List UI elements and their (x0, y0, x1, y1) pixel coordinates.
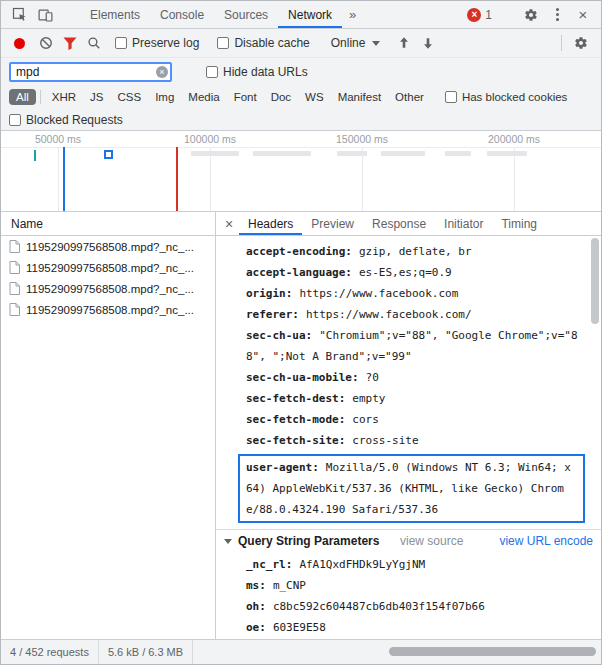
tab-elements[interactable]: Elements (80, 1, 150, 28)
request-row[interactable]: 1195290997568508.mpd?_nc_... (1, 257, 215, 278)
filter-pill-font[interactable]: Font (227, 89, 264, 105)
tab-preview[interactable]: Preview (302, 212, 363, 235)
hide-data-urls-checkbox[interactable]: Hide data URLs (206, 65, 308, 79)
clear-input-icon[interactable]: × (156, 66, 168, 78)
header-value: cross-site (352, 434, 418, 447)
horizontal-scrollbar-thumb[interactable] (389, 647, 596, 656)
header-name: accept-language (246, 266, 352, 279)
blocked-requests-row: Blocked Requests (1, 109, 601, 130)
activity-bar (337, 151, 367, 156)
tab-response[interactable]: Response (363, 212, 435, 235)
hide-data-urls-label: Hide data URLs (223, 65, 308, 79)
toolbar-divider (561, 35, 562, 51)
settings-gear-icon[interactable] (518, 3, 544, 27)
error-count: 1 (485, 8, 492, 22)
network-filter-input[interactable] (9, 62, 172, 82)
request-list-panel: Name 1195290997568508.mpd?_nc_... 119529… (1, 212, 216, 639)
filter-pill-media[interactable]: Media (181, 89, 226, 105)
checkbox-icon (206, 66, 218, 78)
header-line: accept-languagees-ES,es;q=0.9 (246, 262, 585, 283)
filter-pill-manifest[interactable]: Manifest (331, 89, 388, 105)
checkbox-icon (115, 37, 127, 49)
header-value: gzip, deflate, br (359, 245, 472, 258)
filter-pill-all[interactable]: All (9, 89, 36, 105)
close-devtools-icon[interactable]: × (570, 3, 596, 27)
request-name: 1195290997568508.mpd?_nc_... (26, 262, 194, 274)
header-line: originhttps://www.facebook.com (246, 283, 585, 304)
disable-cache-checkbox[interactable]: Disable cache (217, 36, 309, 50)
request-name: 1195290997568508.mpd?_nc_... (26, 241, 194, 253)
headers-pane[interactable]: accept-encodinggzip, deflate, br accept-… (216, 236, 601, 639)
file-icon (9, 261, 20, 274)
filter-pill-doc[interactable]: Doc (264, 89, 298, 105)
overview-selection-handle[interactable] (104, 150, 113, 159)
filter-funnel-icon[interactable] (58, 32, 82, 54)
import-har-icon[interactable] (392, 32, 416, 54)
header-line: sec-fetch-sitecross-site (246, 430, 585, 451)
disclosure-triangle-icon (224, 539, 232, 544)
filter-pill-xhr[interactable]: XHR (45, 89, 83, 105)
vertical-scrollbar[interactable] (591, 238, 599, 324)
kebab-menu-icon[interactable] (544, 3, 570, 27)
search-icon[interactable] (82, 32, 106, 54)
header-line: accept-encodinggzip, deflate, br (246, 241, 585, 262)
throttling-select[interactable]: Online (331, 36, 381, 50)
header-value: https://www.facebook.com (299, 287, 458, 300)
preserve-log-label: Preserve log (132, 36, 199, 50)
more-tabs-icon[interactable]: » (342, 1, 363, 28)
param-value: AfA1QxdFHDk9LyYgjNM (299, 558, 425, 571)
blocked-requests-checkbox[interactable]: Blocked Requests (9, 113, 123, 127)
request-row[interactable]: 1195290997568508.mpd?_nc_... (1, 278, 215, 299)
request-row[interactable]: 1195290997568508.mpd?_nc_... (1, 299, 215, 320)
timeline-overview[interactable]: 50000 ms 100000 ms 150000 ms 200000 ms (1, 130, 601, 212)
name-column-header[interactable]: Name (1, 212, 215, 236)
tab-initiator[interactable]: Initiator (435, 212, 492, 235)
param-value: m_CNP (273, 579, 306, 592)
export-har-icon[interactable] (416, 32, 440, 54)
details-close-icon[interactable]: × (219, 212, 239, 235)
filter-pill-img[interactable]: Img (148, 89, 181, 105)
header-value: ?0 (366, 371, 379, 384)
filter-pill-other[interactable]: Other (388, 89, 431, 105)
request-details-panel: × Headers Preview Response Initiator Tim… (216, 212, 601, 639)
tab-headers[interactable]: Headers (239, 212, 302, 235)
filter-pill-ws[interactable]: WS (298, 89, 331, 105)
header-value: https://www.facebook.com/ (306, 308, 472, 321)
tab-console[interactable]: Console (150, 1, 214, 28)
type-filter-row: All XHR JS CSS Img Media Font Doc WS Man… (1, 85, 601, 109)
filter-pill-js[interactable]: JS (83, 89, 110, 105)
device-toolbar-icon[interactable] (32, 3, 58, 27)
network-filter-field: × (9, 62, 172, 82)
header-name: sec-fetch-site (246, 434, 345, 447)
query-string-params-section: _nc_rlAfA1QxdFHDk9LyYgjNM msm_CNP ohc8bc… (216, 552, 601, 639)
tab-network[interactable]: Network (278, 1, 342, 28)
request-headers-section: accept-encodinggzip, deflate, br accept-… (216, 236, 601, 529)
clear-icon[interactable] (34, 32, 58, 54)
view-url-encoded-link[interactable]: view URL encode (499, 534, 593, 548)
inspect-element-icon[interactable] (6, 3, 32, 27)
request-name: 1195290997568508.mpd?_nc_... (26, 283, 194, 295)
disable-cache-label: Disable cache (234, 36, 309, 50)
query-string-header[interactable]: Query String Parameters view source view… (216, 530, 601, 552)
request-row[interactable]: 1195290997568508.mpd?_nc_... (1, 236, 215, 257)
error-badge[interactable]: × 1 (467, 8, 492, 22)
user-agent-highlight: user-agentMozilla/5.0 (Windows NT 6.3; W… (238, 454, 585, 523)
preserve-log-checkbox[interactable]: Preserve log (115, 36, 199, 50)
filter-pill-css[interactable]: CSS (110, 89, 148, 105)
filter-row: × Hide data URLs (1, 58, 601, 85)
load-event-line (176, 147, 178, 211)
panel-tabs: Elements Console Sources Network » (80, 1, 363, 28)
timeline-tick-label: 150000 ms (336, 133, 388, 145)
param-name: _nc_rl (246, 558, 292, 571)
network-main-area: Name 1195290997568508.mpd?_nc_... 119529… (1, 212, 601, 639)
record-icon[interactable] (14, 38, 25, 49)
network-settings-gear-icon[interactable] (569, 32, 593, 54)
devtools-tab-bar: Elements Console Sources Network » × 1 × (1, 1, 601, 29)
header-name: origin (246, 287, 292, 300)
tab-timing[interactable]: Timing (492, 212, 546, 235)
tab-sources[interactable]: Sources (214, 1, 278, 28)
view-source-link[interactable]: view source (400, 534, 463, 548)
has-blocked-cookies-checkbox[interactable]: Has blocked cookies (445, 91, 567, 103)
chevron-down-icon (372, 41, 380, 46)
timeline-gridline (362, 147, 363, 211)
